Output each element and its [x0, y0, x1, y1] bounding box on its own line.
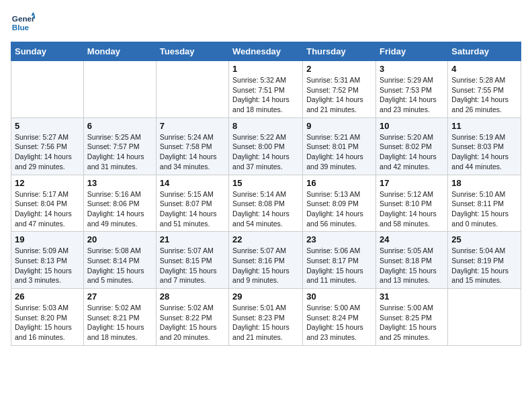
day-number: 10 — [380, 121, 444, 131]
calendar-cell: 10Sunrise: 5:20 AM Sunset: 8:02 PM Dayli… — [376, 118, 448, 175]
dow-header-sunday: Sunday — [11, 42, 84, 61]
day-number: 7 — [160, 121, 225, 131]
calendar-cell: 3Sunrise: 5:29 AM Sunset: 7:53 PM Daylig… — [376, 61, 448, 118]
day-number: 1 — [232, 64, 299, 74]
calendar-cell: 14Sunrise: 5:15 AM Sunset: 8:07 PM Dayli… — [156, 175, 228, 232]
day-info: Sunrise: 5:07 AM Sunset: 8:16 PM Dayligh… — [232, 246, 299, 285]
day-number: 16 — [306, 178, 372, 188]
calendar-cell: 7Sunrise: 5:24 AM Sunset: 7:58 PM Daylig… — [156, 118, 228, 175]
day-info: Sunrise: 5:04 AM Sunset: 8:19 PM Dayligh… — [451, 246, 517, 285]
calendar-cell — [11, 61, 84, 118]
day-info: Sunrise: 5:21 AM Sunset: 8:01 PM Dayligh… — [306, 132, 372, 172]
calendar-cell: 18Sunrise: 5:10 AM Sunset: 8:11 PM Dayli… — [448, 175, 521, 232]
logo-icon: General Blue — [11, 11, 35, 35]
day-info: Sunrise: 5:27 AM Sunset: 7:56 PM Dayligh… — [15, 132, 80, 172]
calendar-cell: 16Sunrise: 5:13 AM Sunset: 8:09 PM Dayli… — [303, 175, 376, 232]
day-number: 20 — [87, 234, 152, 244]
day-info: Sunrise: 5:25 AM Sunset: 7:57 PM Dayligh… — [87, 132, 152, 172]
week-row-2: 5Sunrise: 5:27 AM Sunset: 7:56 PM Daylig… — [11, 118, 521, 175]
day-info: Sunrise: 5:29 AM Sunset: 7:53 PM Dayligh… — [380, 75, 444, 115]
day-number: 30 — [306, 291, 372, 302]
day-info: Sunrise: 5:07 AM Sunset: 8:15 PM Dayligh… — [160, 246, 225, 285]
day-number: 18 — [451, 178, 517, 188]
day-number: 9 — [306, 121, 372, 131]
calendar-cell: 31Sunrise: 5:00 AM Sunset: 8:25 PM Dayli… — [376, 289, 448, 346]
calendar-cell: 24Sunrise: 5:05 AM Sunset: 8:18 PM Dayli… — [376, 232, 448, 289]
dow-header-thursday: Thursday — [303, 42, 376, 61]
day-info: Sunrise: 5:03 AM Sunset: 8:20 PM Dayligh… — [15, 303, 80, 342]
svg-text:Blue: Blue — [12, 23, 30, 32]
day-info: Sunrise: 5:01 AM Sunset: 8:23 PM Dayligh… — [232, 303, 299, 342]
calendar-cell: 15Sunrise: 5:14 AM Sunset: 8:08 PM Dayli… — [229, 175, 303, 232]
calendar-cell: 29Sunrise: 5:01 AM Sunset: 8:23 PM Dayli… — [229, 289, 303, 346]
week-row-3: 12Sunrise: 5:17 AM Sunset: 8:04 PM Dayli… — [11, 175, 521, 232]
dow-header-friday: Friday — [376, 42, 448, 61]
dow-header-wednesday: Wednesday — [229, 42, 303, 61]
day-info: Sunrise: 5:00 AM Sunset: 8:25 PM Dayligh… — [380, 303, 444, 342]
calendar-cell — [448, 289, 521, 346]
day-number: 12 — [15, 178, 80, 188]
calendar-cell: 8Sunrise: 5:22 AM Sunset: 8:00 PM Daylig… — [229, 118, 303, 175]
day-number: 27 — [87, 291, 152, 302]
day-number: 4 — [451, 64, 517, 74]
day-number: 11 — [451, 121, 517, 131]
calendar-cell: 26Sunrise: 5:03 AM Sunset: 8:20 PM Dayli… — [11, 289, 84, 346]
day-number: 19 — [15, 234, 80, 244]
day-number: 6 — [87, 121, 152, 131]
calendar-cell: 23Sunrise: 5:06 AM Sunset: 8:17 PM Dayli… — [303, 232, 376, 289]
day-number: 21 — [160, 234, 225, 244]
day-info: Sunrise: 5:08 AM Sunset: 8:14 PM Dayligh… — [87, 246, 152, 285]
day-info: Sunrise: 5:13 AM Sunset: 8:09 PM Dayligh… — [306, 189, 372, 229]
calendar-cell: 1Sunrise: 5:32 AM Sunset: 7:51 PM Daylig… — [229, 61, 303, 118]
day-number: 3 — [380, 64, 444, 74]
day-number: 2 — [306, 64, 372, 74]
day-number: 24 — [380, 234, 444, 244]
day-number: 17 — [380, 178, 444, 188]
day-info: Sunrise: 5:22 AM Sunset: 8:00 PM Dayligh… — [232, 132, 299, 172]
day-info: Sunrise: 5:17 AM Sunset: 8:04 PM Dayligh… — [15, 189, 80, 229]
day-info: Sunrise: 5:24 AM Sunset: 7:58 PM Dayligh… — [160, 132, 225, 172]
day-info: Sunrise: 5:15 AM Sunset: 8:07 PM Dayligh… — [160, 189, 225, 229]
day-info: Sunrise: 5:20 AM Sunset: 8:02 PM Dayligh… — [380, 132, 444, 172]
day-info: Sunrise: 5:00 AM Sunset: 8:24 PM Dayligh… — [306, 303, 372, 342]
day-info: Sunrise: 5:14 AM Sunset: 8:08 PM Dayligh… — [232, 189, 299, 229]
calendar-cell: 11Sunrise: 5:19 AM Sunset: 8:03 PM Dayli… — [448, 118, 521, 175]
calendar-cell: 22Sunrise: 5:07 AM Sunset: 8:16 PM Dayli… — [229, 232, 303, 289]
calendar-cell: 28Sunrise: 5:02 AM Sunset: 8:22 PM Dayli… — [156, 289, 228, 346]
calendar-body: 1Sunrise: 5:32 AM Sunset: 7:51 PM Daylig… — [11, 61, 521, 346]
calendar-table: SundayMondayTuesdayWednesdayThursdayFrid… — [11, 42, 521, 346]
calendar-cell: 25Sunrise: 5:04 AM Sunset: 8:19 PM Dayli… — [448, 232, 521, 289]
days-of-week-row: SundayMondayTuesdayWednesdayThursdayFrid… — [11, 42, 521, 61]
day-number: 25 — [451, 234, 517, 244]
day-info: Sunrise: 5:05 AM Sunset: 8:18 PM Dayligh… — [380, 246, 444, 285]
calendar-cell: 21Sunrise: 5:07 AM Sunset: 8:15 PM Dayli… — [156, 232, 228, 289]
day-number: 22 — [232, 234, 299, 244]
dow-header-tuesday: Tuesday — [156, 42, 228, 61]
calendar-cell: 20Sunrise: 5:08 AM Sunset: 8:14 PM Dayli… — [83, 232, 156, 289]
day-info: Sunrise: 5:32 AM Sunset: 7:51 PM Dayligh… — [232, 75, 299, 115]
calendar-cell: 27Sunrise: 5:02 AM Sunset: 8:21 PM Dayli… — [83, 289, 156, 346]
calendar-cell: 12Sunrise: 5:17 AM Sunset: 8:04 PM Dayli… — [11, 175, 84, 232]
day-info: Sunrise: 5:06 AM Sunset: 8:17 PM Dayligh… — [306, 246, 372, 285]
calendar-cell: 17Sunrise: 5:12 AM Sunset: 8:10 PM Dayli… — [376, 175, 448, 232]
day-info: Sunrise: 5:28 AM Sunset: 7:55 PM Dayligh… — [451, 75, 517, 115]
week-row-1: 1Sunrise: 5:32 AM Sunset: 7:51 PM Daylig… — [11, 61, 521, 118]
day-number: 26 — [15, 291, 80, 302]
day-number: 15 — [232, 178, 299, 188]
day-number: 23 — [306, 234, 372, 244]
calendar-cell: 30Sunrise: 5:00 AM Sunset: 8:24 PM Dayli… — [303, 289, 376, 346]
day-info: Sunrise: 5:19 AM Sunset: 8:03 PM Dayligh… — [451, 132, 517, 172]
calendar-cell: 2Sunrise: 5:31 AM Sunset: 7:52 PM Daylig… — [303, 61, 376, 118]
day-info: Sunrise: 5:10 AM Sunset: 8:11 PM Dayligh… — [451, 189, 517, 229]
week-row-5: 26Sunrise: 5:03 AM Sunset: 8:20 PM Dayli… — [11, 289, 521, 346]
day-info: Sunrise: 5:02 AM Sunset: 8:22 PM Dayligh… — [160, 303, 225, 342]
day-number: 14 — [160, 178, 225, 188]
dow-header-monday: Monday — [83, 42, 156, 61]
day-number: 13 — [87, 178, 152, 188]
calendar-cell: 4Sunrise: 5:28 AM Sunset: 7:55 PM Daylig… — [448, 61, 521, 118]
day-info: Sunrise: 5:02 AM Sunset: 8:21 PM Dayligh… — [87, 303, 152, 342]
day-number: 29 — [232, 291, 299, 302]
day-number: 31 — [380, 291, 444, 302]
day-info: Sunrise: 5:09 AM Sunset: 8:13 PM Dayligh… — [15, 246, 80, 285]
calendar-cell: 19Sunrise: 5:09 AM Sunset: 8:13 PM Dayli… — [11, 232, 84, 289]
